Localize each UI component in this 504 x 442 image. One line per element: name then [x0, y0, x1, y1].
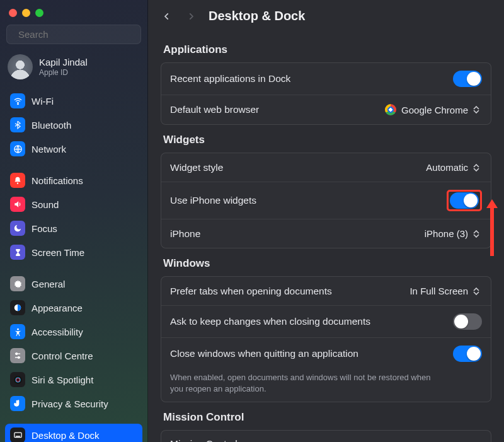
- section-mission-title: Mission Control: [163, 411, 489, 424]
- hourglass-icon: [10, 245, 25, 260]
- applications-card: Recent applications in Dock Default web …: [161, 62, 491, 125]
- speaker-icon: [10, 197, 25, 212]
- default-browser-value: Google Chrome: [401, 105, 468, 115]
- sidebar-item-privacy-security[interactable]: Privacy & Security: [5, 392, 142, 415]
- sidebar-item-network[interactable]: Network: [5, 137, 142, 160]
- sidebar-item-label: Appearance: [32, 303, 83, 313]
- wifi-icon: [10, 93, 25, 108]
- sidebar-item-general[interactable]: General: [5, 272, 142, 295]
- sidebar-item-notifications[interactable]: Notifications: [5, 169, 142, 192]
- row-widget-style: Widget style Automatic: [161, 153, 491, 182]
- sidebar-item-label: Bluetooth: [32, 120, 71, 131]
- search-field[interactable]: [6, 25, 141, 44]
- sidebar-item-siri-spotlight[interactable]: Siri & Spotlight: [5, 368, 142, 391]
- mission-card: Mission Control Mission Control shows an…: [161, 430, 491, 442]
- bell-icon: [10, 173, 25, 188]
- iphone-label: iPhone: [170, 228, 200, 240]
- widgets-card: Widget style Automatic Use iPhone widget…: [161, 153, 491, 248]
- avatar: [8, 54, 33, 79]
- use-iphone-widgets-label: Use iPhone widgets: [170, 195, 256, 206]
- close-window-button[interactable]: [9, 9, 17, 17]
- sidebar-nav: Wi-FiBluetoothNetworkNotificationsSoundF…: [0, 87, 147, 442]
- forward-button[interactable]: [185, 10, 197, 23]
- sidebar-item-screen-time[interactable]: Screen Time: [5, 241, 142, 264]
- prefer-tabs-value: In Full Screen: [410, 286, 468, 296]
- account-sub: Apple ID: [39, 68, 88, 77]
- chrome-icon: [385, 104, 396, 115]
- svg-point-2: [17, 103, 18, 105]
- sidebar-item-label: Privacy & Security: [32, 398, 108, 409]
- section-windows-title: Windows: [163, 257, 489, 270]
- sidebar-item-wi-fi[interactable]: Wi-Fi: [5, 90, 142, 112]
- accessibility-icon: [10, 324, 25, 339]
- prefer-tabs-label: Prefer tabs when opening documents: [170, 286, 332, 297]
- appearance-icon: [10, 300, 25, 315]
- svg-point-12: [14, 376, 22, 384]
- iphone-select[interactable]: iPhone (3): [422, 227, 482, 240]
- controls-icon: [10, 348, 25, 363]
- annotation-arrow: [484, 208, 495, 246]
- minimize-window-button[interactable]: [22, 9, 30, 17]
- widget-style-label: Widget style: [170, 162, 223, 173]
- search-input[interactable]: [18, 29, 138, 40]
- sidebar-item-label: General: [32, 279, 65, 289]
- row-use-iphone-widgets: Use iPhone widgets: [161, 182, 491, 219]
- sidebar-item-label: Network: [32, 144, 66, 154]
- sidebar-item-bluetooth[interactable]: Bluetooth: [5, 113, 142, 136]
- moon-icon: [10, 221, 25, 236]
- sidebar-item-appearance[interactable]: Appearance: [5, 296, 142, 319]
- recent-apps-toggle[interactable]: [453, 71, 482, 87]
- iphone-value: iPhone (3): [425, 228, 468, 239]
- apple-id-account[interactable]: Kapil Jindal Apple ID: [0, 50, 147, 87]
- svg-rect-16: [15, 436, 20, 437]
- row-recent-apps: Recent applications in Dock: [161, 63, 491, 95]
- chevron-updown-icon: [473, 288, 479, 295]
- svg-point-9: [16, 353, 18, 355]
- sidebar-item-label: Notifications: [32, 175, 83, 186]
- ask-keep-changes-toggle[interactable]: [453, 313, 482, 330]
- sidebar-item-label: Sound: [32, 199, 59, 210]
- chevron-updown-icon: [473, 230, 479, 238]
- siri-icon: [10, 372, 25, 387]
- dock-icon: [10, 427, 25, 442]
- widget-style-select[interactable]: Automatic: [423, 161, 482, 174]
- svg-point-4: [17, 183, 18, 184]
- sidebar-item-label: Accessibility: [32, 327, 83, 337]
- window-traffic-lights: [0, 5, 147, 23]
- section-widgets-title: Widgets: [163, 134, 489, 146]
- windows-card: Prefer tabs when opening documents In Fu…: [161, 276, 491, 402]
- account-name: Kapil Jindal: [39, 57, 88, 67]
- sidebar-item-label: Siri & Spotlight: [32, 375, 93, 385]
- svg-marker-22: [486, 199, 498, 256]
- main-panel: Desktop & Dock Applications Recent appli…: [148, 0, 504, 442]
- mission-control-label: Mission Control: [170, 438, 238, 442]
- chevron-updown-icon: [473, 106, 479, 113]
- chevron-updown-icon: [473, 164, 479, 172]
- row-default-browser: Default web browser Google Chrome: [161, 95, 491, 124]
- annotation-highlight: [447, 190, 482, 211]
- zoom-window-button[interactable]: [35, 9, 43, 17]
- sidebar: Kapil Jindal Apple ID Wi-FiBluetoothNetw…: [0, 0, 148, 442]
- close-windows-toggle[interactable]: [453, 346, 482, 362]
- sidebar-item-label: Desktop & Dock: [32, 430, 100, 441]
- sidebar-item-focus[interactable]: Focus: [5, 217, 142, 240]
- sidebar-item-label: Control Centre: [32, 351, 93, 361]
- page-title: Desktop & Dock: [209, 9, 305, 23]
- row-mission-control: Mission Control Mission Control shows an…: [161, 431, 491, 442]
- sidebar-item-label: Wi-Fi: [32, 96, 54, 107]
- use-iphone-widgets-toggle[interactable]: [450, 192, 479, 209]
- recent-apps-label: Recent applications in Dock: [170, 73, 290, 84]
- gear-icon: [10, 276, 25, 291]
- sidebar-item-control-centre[interactable]: Control Centre: [5, 344, 142, 367]
- close-windows-sub: When enabled, open documents and windows…: [170, 372, 435, 394]
- section-applications-title: Applications: [163, 44, 489, 56]
- sidebar-item-desktop-dock[interactable]: Desktop & Dock: [5, 424, 142, 442]
- default-browser-select[interactable]: Google Chrome: [382, 103, 482, 117]
- back-button[interactable]: [161, 10, 173, 23]
- row-prefer-tabs: Prefer tabs when opening documents In Fu…: [161, 277, 491, 305]
- sidebar-item-sound[interactable]: Sound: [5, 193, 142, 216]
- row-iphone-select: iPhone iPhone (3): [161, 219, 491, 248]
- prefer-tabs-select[interactable]: In Full Screen: [407, 284, 482, 298]
- sidebar-item-accessibility[interactable]: Accessibility: [5, 320, 142, 343]
- titlebar: Desktop & Dock: [148, 0, 504, 35]
